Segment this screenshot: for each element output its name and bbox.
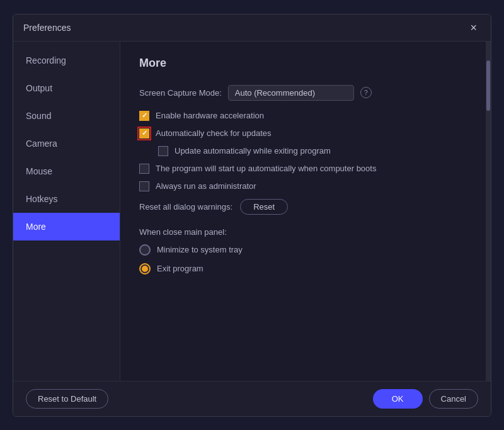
sidebar-item-more[interactable]: More: [13, 213, 120, 240]
reset-dialog-button[interactable]: Reset: [240, 199, 288, 215]
auto-update-checkbox[interactable]: [139, 128, 149, 139]
minimize-radio[interactable]: [139, 244, 151, 256]
scrollbar-thumb[interactable]: [486, 60, 490, 111]
when-close-section: When close main panel: Minimize to syste…: [139, 227, 467, 274]
screen-capture-select-wrapper: Auto (Recommended): [228, 85, 354, 101]
run-as-admin-label[interactable]: Always run as administrator: [156, 181, 256, 191]
title-bar: Preferences ×: [13, 14, 491, 42]
help-icon[interactable]: ?: [360, 87, 372, 98]
scrollbar-track[interactable]: [486, 42, 491, 381]
hardware-accel-checkbox[interactable]: [139, 111, 149, 121]
footer: Reset to Default OK Cancel: [13, 381, 491, 416]
content-area: More Screen Capture Mode: Auto (Recommen…: [120, 42, 491, 381]
reset-dialog-label: Reset all dialog warnings:: [139, 202, 232, 212]
update-on-exit-row: Update automatically while exiting progr…: [139, 146, 467, 156]
update-on-exit-label[interactable]: Update automatically while exiting progr…: [175, 146, 331, 156]
main-content: More Screen Capture Mode: Auto (Recommen…: [120, 42, 486, 381]
sidebar-item-hotkeys[interactable]: Hotkeys: [13, 185, 120, 213]
sidebar-item-camera[interactable]: Camera: [13, 130, 120, 157]
auto-update-label[interactable]: Automatically check for updates: [156, 128, 272, 138]
hardware-accel-row: Enable hardware acceleration: [139, 111, 467, 121]
sidebar-item-output[interactable]: Output: [13, 74, 120, 102]
screen-capture-label: Screen Capture Mode:: [139, 88, 222, 98]
run-as-admin-row: Always run as administrator: [139, 181, 467, 191]
reset-default-button[interactable]: Reset to Default: [26, 389, 108, 409]
dialog-title: Preferences: [23, 23, 71, 33]
auto-update-row: Automatically check for updates: [139, 128, 467, 139]
exit-radio-label[interactable]: Exit program: [157, 264, 203, 273]
start-on-boot-checkbox[interactable]: [139, 164, 149, 174]
footer-left: Reset to Default: [26, 389, 108, 409]
when-close-title: When close main panel:: [139, 227, 467, 237]
minimize-radio-row: Minimize to system tray: [139, 244, 467, 256]
minimize-radio-label[interactable]: Minimize to system tray: [157, 245, 243, 254]
close-button[interactable]: ×: [466, 21, 481, 35]
sidebar: Recording Output Sound Camera Mouse Hotk…: [13, 42, 120, 381]
start-on-boot-label[interactable]: The program will start up automatically …: [156, 164, 376, 173]
exit-radio[interactable]: [139, 263, 151, 274]
sidebar-item-mouse[interactable]: Mouse: [13, 157, 120, 185]
screen-capture-select[interactable]: Auto (Recommended): [228, 85, 354, 101]
screen-capture-row: Screen Capture Mode: Auto (Recommended) …: [139, 85, 467, 101]
run-as-admin-checkbox[interactable]: [139, 181, 149, 191]
update-on-exit-checkbox[interactable]: [158, 146, 168, 156]
footer-right: OK Cancel: [373, 389, 478, 409]
exit-radio-row: Exit program: [139, 263, 467, 274]
reset-dialog-row: Reset all dialog warnings: Reset: [139, 199, 467, 215]
dialog-body: Recording Output Sound Camera Mouse Hotk…: [13, 42, 491, 381]
sidebar-item-sound[interactable]: Sound: [13, 102, 120, 130]
hardware-accel-label[interactable]: Enable hardware acceleration: [156, 111, 264, 120]
sidebar-item-recording[interactable]: Recording: [13, 47, 120, 74]
start-on-boot-row: The program will start up automatically …: [139, 164, 467, 174]
preferences-dialog: Preferences × Recording Output Sound Cam…: [13, 14, 491, 417]
section-title: More: [139, 57, 467, 70]
ok-button[interactable]: OK: [373, 389, 423, 409]
cancel-button[interactable]: Cancel: [429, 389, 478, 409]
